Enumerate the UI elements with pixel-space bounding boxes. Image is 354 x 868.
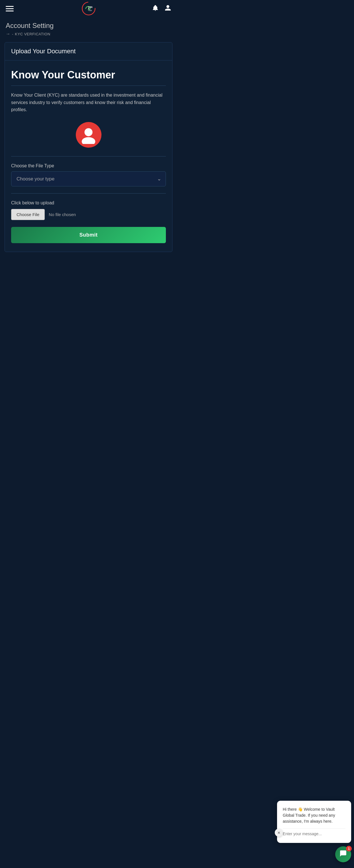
breadcrumb-current: KYC VERFICATION <box>15 32 50 36</box>
card-header-title: Upload Your Document <box>11 48 166 55</box>
breadcrumb-arrow: → <box>6 31 10 36</box>
header: CIN Tide <box>0 0 177 17</box>
avatar <box>76 122 101 148</box>
svg-point-5 <box>82 137 95 144</box>
upload-label: Click below to upload <box>11 200 166 206</box>
card-header: Upload Your Document <box>5 42 172 60</box>
file-type-label: Choose the File Type <box>11 163 166 168</box>
breadcrumb-separator: - <box>12 32 13 36</box>
choose-file-button[interactable]: Choose File <box>11 209 45 220</box>
notification-bell[interactable] <box>152 5 159 12</box>
header-actions <box>152 5 171 12</box>
logo-icon: CIN Tide <box>81 1 96 16</box>
logo-container: CIN Tide <box>81 1 96 16</box>
submit-button[interactable]: Submit <box>11 227 166 243</box>
user-icon <box>164 5 171 11</box>
hamburger-menu[interactable] <box>6 6 14 11</box>
svg-text:Tide: Tide <box>88 9 92 11</box>
kyc-divider <box>11 86 166 86</box>
file-chosen-text: No file chosen <box>49 212 76 217</box>
file-upload-section: Click below to upload Choose File No fil… <box>11 200 166 220</box>
file-input-wrapper: Choose File No file chosen <box>11 209 166 220</box>
select-wrapper: Choose your type Passport Driver's Licen… <box>11 171 166 186</box>
svg-point-4 <box>84 128 92 136</box>
card-body: Know Your Customer Know Your Client (KYC… <box>5 60 172 252</box>
kyc-description: Know Your Client (KYC) are standards use… <box>11 92 166 114</box>
avatar-container <box>11 122 166 148</box>
breadcrumb-section: Account Setting → - KYC VERFICATION <box>0 17 177 39</box>
breadcrumb: → - KYC VERFICATION <box>6 31 171 36</box>
submit-area: Submit <box>11 227 166 243</box>
file-type-select[interactable]: Choose your type Passport Driver's Licen… <box>11 171 166 186</box>
kyc-title: Know Your Customer <box>11 69 166 81</box>
svg-text:CIN: CIN <box>88 6 92 8</box>
main-card: Upload Your Document Know Your Customer … <box>5 42 172 252</box>
user-profile[interactable] <box>164 5 171 12</box>
bell-icon <box>152 5 159 11</box>
avatar-svg <box>79 125 98 144</box>
page-title: Account Setting <box>6 22 171 30</box>
